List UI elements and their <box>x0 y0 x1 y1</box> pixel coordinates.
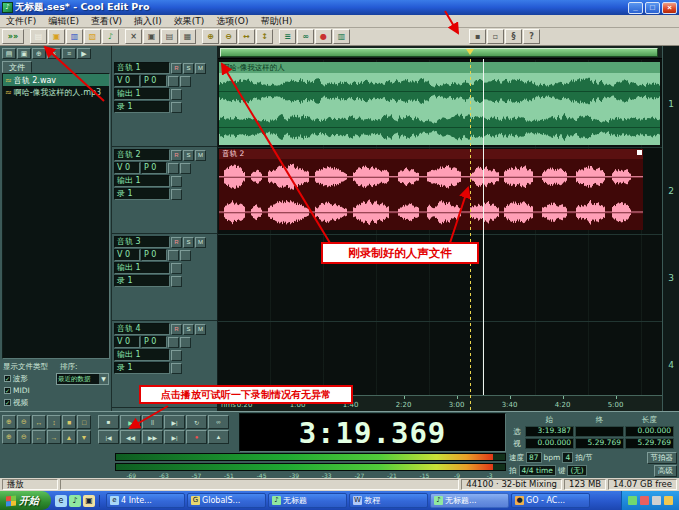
tray-icon[interactable] <box>664 496 673 505</box>
zoom-button[interactable]: ⊕ <box>2 415 16 429</box>
solo-button[interactable]: S <box>183 150 194 161</box>
record-arm-button[interactable]: R <box>171 237 182 248</box>
tab-files[interactable]: 文件 <box>2 61 32 73</box>
organizer-button[interactable]: × <box>47 48 61 59</box>
maximize-button[interactable]: □ <box>645 2 660 14</box>
level-meter-left[interactable] <box>115 453 506 461</box>
mute-button[interactable]: M <box>195 150 206 161</box>
transport-button[interactable]: ● <box>186 430 207 444</box>
metronome-button[interactable]: 节拍器 <box>647 452 678 464</box>
toolbar-button[interactable]: ▣ <box>143 29 160 44</box>
checkbox-midi[interactable]: ✓MIDI <box>4 386 30 395</box>
chevron-down-icon[interactable]: ▼ <box>99 374 108 384</box>
track-pan[interactable]: P 0 <box>141 75 167 87</box>
zoom-button[interactable]: ↔ <box>32 415 46 429</box>
toolbar-button[interactable]: ▦ <box>179 29 196 44</box>
transport-button[interactable]: ▶▶ <box>142 430 163 444</box>
zoom-button[interactable]: ⊖ <box>17 415 31 429</box>
zoom-button[interactable]: → <box>47 430 61 444</box>
close-button[interactable]: × <box>662 2 677 14</box>
level-meter-right[interactable] <box>115 463 506 471</box>
transport-button[interactable]: ↻ <box>186 415 207 429</box>
output-select-button[interactable] <box>171 350 182 361</box>
zoom-button[interactable]: ← <box>32 430 46 444</box>
record-arm-button[interactable]: R <box>171 324 182 335</box>
organizer-button[interactable]: ≡ <box>62 48 76 59</box>
menu-item[interactable]: 编辑(E) <box>42 15 85 28</box>
toolbar-button[interactable]: ▥ <box>333 29 350 44</box>
track1-music-clip[interactable]: 啊哈-像我这样的人 <box>219 62 660 145</box>
track-lock-button[interactable] <box>168 337 179 348</box>
playback-position-line[interactable] <box>483 59 484 395</box>
mute-button[interactable]: M <box>195 324 206 335</box>
track-volume[interactable]: V 0 <box>114 336 140 348</box>
transport-button[interactable]: || <box>142 415 163 429</box>
track-number[interactable]: 3 <box>663 234 679 321</box>
tempo-value[interactable]: 87 <box>526 452 542 463</box>
time-signature-value[interactable]: 4/4 time <box>519 465 556 476</box>
beats-value[interactable]: 4 <box>562 452 573 463</box>
zoom-button[interactable]: □ <box>77 415 91 429</box>
track-lock-button[interactable] <box>168 76 179 87</box>
track-pan[interactable]: P 0 <box>141 336 167 348</box>
track-pan[interactable]: P 0 <box>141 162 167 174</box>
record-device-button[interactable] <box>171 189 182 200</box>
track-output[interactable]: 输出 1 <box>114 262 170 274</box>
toolbar-button[interactable]: ≡ <box>279 29 296 44</box>
toolbar-button[interactable]: ▫ <box>487 29 504 44</box>
zoom-button[interactable]: ■ <box>62 415 76 429</box>
transport-button[interactable]: ■ <box>98 415 119 429</box>
toolbar-button[interactable]: ? <box>523 29 540 44</box>
toolbar-button[interactable]: ▤ <box>161 29 178 44</box>
file-item[interactable]: ≈ 啊哈-像我这样的人.mp3 <box>3 86 109 98</box>
toolbar-button[interactable]: ▤ <box>30 29 47 44</box>
transport-button[interactable]: ▲ <box>208 430 229 444</box>
taskbar-window-button[interactable]: ♪ 无标题... <box>430 493 509 508</box>
horizontal-scrollbar-thumb[interactable] <box>220 48 658 57</box>
sort-dropdown[interactable]: 最近的数据 ▼ <box>56 373 109 385</box>
output-select-button[interactable] <box>171 263 182 274</box>
cursor-line[interactable] <box>470 59 471 411</box>
transport-button[interactable]: ▶ <box>120 415 141 429</box>
toolbar-button[interactable]: »» <box>2 29 24 44</box>
output-select-button[interactable] <box>171 89 182 100</box>
toolbar-button[interactable]: ♪ <box>102 29 119 44</box>
menu-item[interactable]: 选项(O) <box>210 15 254 28</box>
toolbar-button[interactable]: ● <box>315 29 332 44</box>
toolbar-button[interactable]: ⊕ <box>202 29 219 44</box>
track-lock-button[interactable] <box>168 163 179 174</box>
track-number[interactable]: 4 <box>663 321 679 408</box>
record-device-button[interactable] <box>171 363 182 374</box>
start-button[interactable]: 开始 <box>0 491 51 510</box>
toolbar-button[interactable]: ↕ <box>256 29 273 44</box>
track-fx-button[interactable] <box>180 163 191 174</box>
toolbar-button[interactable]: ∞ <box>297 29 314 44</box>
track-pan[interactable]: P 0 <box>141 249 167 261</box>
track-output[interactable]: 输出 1 <box>114 175 170 187</box>
horizontal-scrollbar-track[interactable] <box>218 46 662 59</box>
track1-waveform[interactable] <box>219 73 660 145</box>
track2-vocal-clip[interactable]: 音轨 2 <box>219 149 643 230</box>
minimize-button[interactable]: _ <box>628 2 643 14</box>
record-arm-button[interactable]: R <box>171 150 182 161</box>
level-meters[interactable]: -69-63-57-51-45-39-33-27-21-15-9-3 <box>115 453 506 478</box>
quick-launch-icon[interactable]: e <box>55 495 67 507</box>
track-fx-button[interactable] <box>180 250 191 261</box>
organizer-button[interactable]: ▤ <box>2 48 16 59</box>
time-display[interactable]: 3:19.369 <box>239 413 506 452</box>
checkbox-waveform[interactable]: ✓波形 <box>4 374 28 384</box>
transport-button[interactable]: ▶| <box>164 415 185 429</box>
toolbar-button[interactable]: ▪ <box>469 29 486 44</box>
track-name[interactable]: 音轨 3 <box>114 236 170 248</box>
zoom-button[interactable]: ⊕ <box>2 430 16 444</box>
taskbar-window-button[interactable]: ● GO - AC... <box>511 493 590 508</box>
menu-item[interactable]: 效果(T) <box>168 15 211 28</box>
track-number[interactable]: 1 <box>663 60 679 147</box>
track2-waveform[interactable] <box>219 159 643 230</box>
toolbar-button[interactable]: § <box>505 29 522 44</box>
advanced-button[interactable]: 高级 <box>654 465 677 477</box>
track-name[interactable]: 音轨 1 <box>114 62 170 74</box>
transport-button[interactable]: ∞ <box>208 415 229 429</box>
track-name[interactable]: 音轨 4 <box>114 323 170 335</box>
menu-item[interactable]: 查看(V) <box>85 15 128 28</box>
